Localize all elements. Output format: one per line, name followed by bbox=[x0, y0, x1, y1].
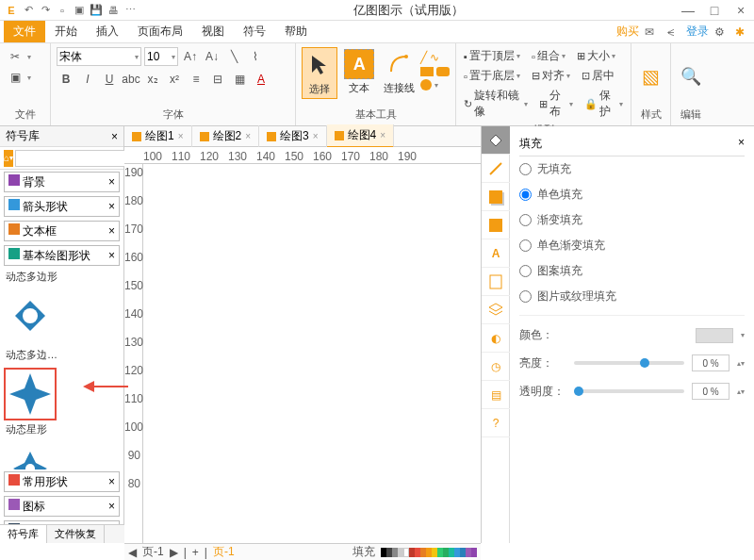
bold-icon[interactable]: B bbox=[57, 70, 75, 89]
bottom-tab-recover[interactable]: 文件恢复 bbox=[47, 525, 105, 543]
align-button[interactable]: ⊟对齐▾ bbox=[530, 67, 572, 85]
shadow-tool-icon[interactable] bbox=[482, 183, 510, 211]
highlight-icon[interactable]: ▦ bbox=[230, 70, 249, 89]
data-tool-icon[interactable]: ▤ bbox=[482, 381, 510, 409]
bottom-tab-lib[interactable]: 符号库 bbox=[0, 525, 47, 543]
page-add-icon[interactable]: + bbox=[192, 546, 199, 559]
page-next-icon[interactable]: ▶ bbox=[170, 546, 178, 559]
menu-insert[interactable]: 插入 bbox=[87, 21, 128, 42]
cat-common[interactable]: 常用形状× bbox=[4, 471, 120, 492]
theme-tool-icon[interactable]: ◐ bbox=[482, 324, 510, 353]
shape-dyn-poly[interactable] bbox=[4, 289, 57, 342]
copy-icon[interactable]: ▣ bbox=[6, 68, 25, 87]
canvas[interactable] bbox=[143, 164, 481, 543]
login-link[interactable]: 登录 bbox=[686, 24, 709, 40]
italic-icon[interactable]: I bbox=[78, 70, 97, 89]
doc-tab-1[interactable]: 绘图1× bbox=[124, 125, 192, 147]
maximize-button[interactable]: □ bbox=[705, 3, 724, 18]
number-icon[interactable]: ⊟ bbox=[208, 70, 227, 89]
superscript-icon[interactable]: x² bbox=[165, 70, 184, 89]
fill-pattern[interactable]: 图案填充 bbox=[519, 258, 745, 284]
menu-help[interactable]: 帮助 bbox=[275, 21, 317, 42]
roundrect-shape-icon[interactable] bbox=[436, 67, 450, 76]
send-back-button[interactable]: ▫置于底层▾ bbox=[462, 67, 522, 85]
cat-background[interactable]: 背景× bbox=[4, 172, 120, 192]
distribute-button[interactable]: ⊞分布▾ bbox=[537, 87, 575, 121]
print-icon[interactable]: 🖶 bbox=[106, 3, 121, 18]
more-shapes-icon[interactable]: ▾ bbox=[434, 81, 438, 90]
subscript-icon[interactable]: x₂ bbox=[143, 70, 162, 89]
undo-icon[interactable]: ↶ bbox=[21, 3, 36, 18]
group-button[interactable]: ▫组合▾ bbox=[530, 47, 567, 65]
fill-tool-icon[interactable] bbox=[482, 126, 510, 155]
cat-icon[interactable]: 图标× bbox=[4, 496, 120, 517]
doc-tab-2[interactable]: 绘图2× bbox=[192, 125, 260, 147]
cat-textbox[interactable]: 文本框× bbox=[4, 221, 120, 241]
cat-basic[interactable]: 基本绘图形状× bbox=[4, 245, 120, 266]
fill-texture[interactable]: 图片或纹理填充 bbox=[519, 284, 745, 309]
strike-icon[interactable]: abc bbox=[122, 70, 140, 89]
panel-close-icon[interactable]: × bbox=[111, 130, 118, 143]
line-tool-icon[interactable] bbox=[482, 155, 510, 183]
close-icon[interactable]: × bbox=[245, 131, 251, 141]
page-nav[interactable]: 页-1 bbox=[142, 544, 164, 560]
open-icon[interactable]: ▣ bbox=[72, 3, 87, 18]
shape-dyn-star-2[interactable] bbox=[4, 442, 57, 469]
close-icon[interactable]: × bbox=[313, 131, 319, 141]
home-icon[interactable]: ⌂▾ bbox=[4, 150, 13, 167]
menu-start[interactable]: 开始 bbox=[45, 21, 87, 42]
brightness-slider[interactable] bbox=[574, 361, 684, 365]
color-swatch[interactable] bbox=[696, 328, 733, 343]
right-close-icon[interactable]: × bbox=[738, 136, 745, 152]
line-style-icon[interactable]: ⌇ bbox=[246, 47, 265, 66]
size-button[interactable]: ⊞大小▾ bbox=[575, 47, 617, 65]
doc-tab-4[interactable]: 绘图4× bbox=[327, 124, 395, 148]
minimize-button[interactable]: — bbox=[679, 3, 697, 18]
buy-link[interactable]: 购买 bbox=[616, 24, 639, 40]
fill-gradient[interactable]: 渐变填充 bbox=[519, 207, 745, 233]
new-icon[interactable]: ▫ bbox=[55, 3, 70, 18]
doc-tab-3[interactable]: 绘图3× bbox=[259, 125, 327, 147]
menu-view[interactable]: 视图 bbox=[192, 21, 234, 42]
menu-symbol[interactable]: 符号 bbox=[234, 21, 275, 42]
close-button[interactable]: × bbox=[731, 3, 750, 18]
font-color-icon[interactable]: A bbox=[252, 70, 270, 89]
message-icon[interactable]: ✉ bbox=[645, 25, 660, 39]
center-button[interactable]: ⊡居中 bbox=[580, 67, 616, 85]
search-icon[interactable]: 🔍 bbox=[680, 66, 701, 87]
grow-font-icon[interactable]: A↑ bbox=[181, 47, 200, 66]
font-size-select[interactable]: 10▾ bbox=[144, 47, 178, 66]
redo-icon[interactable]: ↷ bbox=[38, 3, 53, 18]
circle-shape-icon[interactable] bbox=[420, 79, 432, 91]
line-icon[interactable]: ╲ bbox=[224, 47, 243, 66]
line-shape-icon[interactable]: ╱ bbox=[420, 51, 427, 64]
rect-tool-icon[interactable] bbox=[482, 211, 510, 239]
brightness-value[interactable]: 0 % bbox=[692, 354, 729, 371]
rotate-button[interactable]: ↻旋转和镜像▾ bbox=[462, 87, 530, 121]
bullet-icon[interactable]: ≡ bbox=[187, 70, 205, 89]
help-tool-icon[interactable]: ? bbox=[482, 409, 510, 437]
menu-file[interactable]: 文件 bbox=[4, 21, 45, 42]
save-icon[interactable]: 💾 bbox=[89, 3, 104, 18]
cat-arrow[interactable]: 箭头形状× bbox=[4, 196, 120, 217]
connector-tool[interactable]: 连接线 bbox=[381, 47, 417, 97]
page-prev-icon[interactable]: ◀ bbox=[128, 546, 137, 559]
page-tool-icon[interactable] bbox=[482, 268, 510, 296]
fill-solid-gradient[interactable]: 单色渐变填充 bbox=[519, 233, 745, 258]
close-icon[interactable]: × bbox=[380, 130, 385, 140]
shape-dyn-star[interactable] bbox=[4, 368, 57, 420]
fill-solid[interactable]: 单色填充 bbox=[519, 182, 745, 207]
style-icon[interactable]: ▧ bbox=[642, 65, 660, 88]
page-current[interactable]: 页-1 bbox=[213, 544, 235, 560]
select-tool[interactable]: 选择 bbox=[302, 47, 337, 99]
bring-front-button[interactable]: ▪置于顶层▾ bbox=[462, 47, 522, 65]
underline-icon[interactable]: U bbox=[100, 70, 119, 89]
shrink-font-icon[interactable]: A↓ bbox=[203, 47, 221, 66]
clock-tool-icon[interactable]: ◷ bbox=[482, 353, 510, 381]
curve-shape-icon[interactable]: ∿ bbox=[430, 51, 439, 64]
share-icon[interactable]: ⪪ bbox=[665, 25, 680, 39]
text-format-icon[interactable]: A bbox=[482, 239, 510, 268]
opacity-value[interactable]: 0 % bbox=[692, 383, 729, 400]
more-icon[interactable]: ⋯ bbox=[123, 3, 138, 18]
text-tool[interactable]: A 文本 bbox=[341, 47, 377, 97]
